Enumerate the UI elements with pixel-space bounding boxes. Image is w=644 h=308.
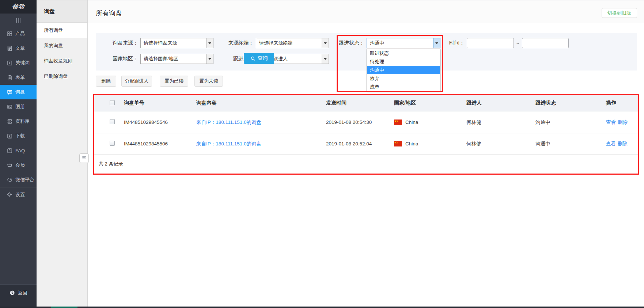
country-flag-icon: [394, 119, 402, 125]
chevron-down-icon[interactable]: [322, 38, 329, 48]
grid-icon: [7, 31, 12, 37]
inquiry-content-link[interactable]: 来自IP：180.111.151.0的询盘: [196, 141, 261, 147]
collapse-panel-icon: [82, 155, 87, 162]
view-link[interactable]: 查看: [606, 141, 616, 147]
follow-status-label: 跟进状态：: [335, 40, 364, 46]
back-icon: [10, 290, 15, 296]
sidebar-item-label: 文章: [15, 45, 25, 52]
follower-name: 何林健: [466, 141, 535, 147]
wechat-icon: [7, 177, 12, 183]
submenu-item-label: 我的询盘: [44, 43, 63, 48]
brand-logo: 领动: [0, 0, 37, 14]
column-header: 询盘单号: [124, 100, 196, 106]
inquiry-content-link[interactable]: 来自IP：180.111.151.0的询盘: [196, 119, 261, 125]
sidebar-item-label: FAQ: [15, 148, 25, 153]
sidebar-item-forms[interactable]: 表单: [0, 70, 37, 85]
inquiry-icon: [7, 90, 12, 95]
follow-status-select[interactable]: 沟通中: [367, 38, 440, 48]
send-time: 2019-01-08 20:52:04: [326, 141, 394, 147]
main-content: 所有询盘 切换到旧版 询盘来源： 请选择询盘来源 来源终端： 请选择来源终端 跟…: [88, 0, 644, 308]
send-time: 2019-01-08 20:54:30: [326, 119, 394, 125]
search-button[interactable]: 查询: [244, 53, 274, 64]
delete-link[interactable]: 删除: [618, 141, 628, 147]
inquiry-source-label: 询盘来源：: [109, 40, 138, 46]
follow-status-dropdown: 跟进状态待处理沟通中放弃成单: [367, 49, 440, 91]
inquiry-source-value: 请选择询盘来源: [141, 40, 206, 46]
terminal-value: 请选择来源终端: [256, 40, 322, 46]
submenu-item-inquiry-rules[interactable]: 询盘收发规则: [37, 53, 87, 69]
table-footer: 共 2 条记录: [94, 155, 638, 174]
delete-link[interactable]: 删除: [618, 119, 628, 125]
table-body: IM44851029845546来自IP：180.111.151.0的询盘201…: [94, 111, 638, 155]
dropdown-option-3[interactable]: 放弃: [367, 74, 440, 83]
column-header: 操作: [606, 100, 638, 106]
country-flag-icon: [394, 141, 402, 147]
sidebar-item-label: 询盘: [15, 89, 25, 95]
country-select[interactable]: 请选择国家/地区: [140, 54, 213, 64]
inquiry-source-select[interactable]: 请选择询盘来源: [140, 38, 213, 48]
sidebar-item-label: 表单: [15, 74, 25, 81]
terminal-select[interactable]: 请选择来源终端: [256, 38, 329, 48]
mark-read-button[interactable]: 置为已读: [160, 76, 188, 87]
chevron-down-icon[interactable]: [206, 38, 213, 48]
follow-status-value: 沟通中: [367, 40, 433, 46]
sidebar-item-label: 微信平台: [15, 176, 34, 183]
main-sidebar: 领动 产品文章关键词表单询盘图册资料库下载FAQ会员微信平台设置 返回: [0, 0, 37, 308]
delete-button[interactable]: 删除: [96, 76, 116, 87]
inquiry-table: 询盘单号 询盘内容 发送时间 国家/地区 跟进人 跟进状态 操作 IM44851…: [93, 94, 639, 175]
country-value: 请选择国家/地区: [141, 56, 206, 62]
country-name: China: [405, 119, 418, 125]
submenu-item-my-inquiries[interactable]: 我的询盘: [37, 38, 87, 53]
sidebar-item-members[interactable]: 会员: [0, 158, 37, 172]
chevron-down-icon[interactable]: [322, 54, 329, 64]
sidebar-item-label: 设置: [15, 191, 25, 198]
bottom-edge-strip: [0, 307, 644, 308]
time-separator: ~: [516, 41, 519, 46]
sidebar-item-label: 下载: [15, 133, 25, 139]
sidebar-item-articles[interactable]: 文章: [0, 41, 37, 56]
country-label: 国家地区：: [109, 56, 138, 62]
search-icon: [250, 56, 255, 61]
dropdown-option-4[interactable]: 成单: [367, 83, 440, 91]
submenu-item-deleted-inquiries[interactable]: 已删除询盘: [37, 69, 87, 84]
mark-unread-button[interactable]: 置为未读: [194, 76, 223, 87]
assign-follower-button[interactable]: 分配跟进人: [121, 76, 152, 87]
dropdown-option-2[interactable]: 沟通中: [367, 66, 440, 74]
inquiry-id: IM44851029845546: [124, 119, 196, 125]
view-link[interactable]: 查看: [606, 119, 616, 125]
library-icon: [7, 119, 12, 124]
sidebar-item-faq[interactable]: FAQ: [0, 143, 37, 158]
time-to-input[interactable]: [522, 38, 569, 48]
sidebar-item-wechat[interactable]: 微信平台: [0, 172, 37, 187]
back-label: 返回: [18, 290, 27, 296]
back-button[interactable]: 返回: [10, 290, 37, 296]
sidebar-item-keywords[interactable]: 关键词: [0, 56, 37, 70]
switch-version-button[interactable]: 切换到旧版: [602, 8, 637, 18]
sidebar-item-settings[interactable]: 设置: [0, 187, 37, 202]
time-from-input[interactable]: [467, 38, 514, 48]
chevron-down-icon[interactable]: [206, 54, 213, 64]
faq-icon: [7, 148, 12, 153]
submenu-item-all-inquiries[interactable]: 所有询盘: [37, 23, 87, 38]
filter-follow-status: 跟进状态： 沟通中: [335, 38, 440, 48]
search-button-label: 查询: [258, 55, 268, 62]
sidebar-item-gallery[interactable]: 图册: [0, 99, 37, 114]
sidebar-item-library[interactable]: 资料库: [0, 114, 37, 129]
sidebar-collapse-handle-icon[interactable]: [0, 16, 37, 25]
sidebar-item-label: 产品: [15, 30, 25, 37]
row-checkbox[interactable]: [110, 141, 115, 146]
record-count: 共 2 条记录: [99, 161, 123, 167]
select-all-checkbox[interactable]: [110, 100, 115, 105]
download-icon: [7, 133, 12, 139]
table-header-row: 询盘单号 询盘内容 发送时间 国家/地区 跟进人 跟进状态 操作: [94, 95, 638, 111]
row-checkbox[interactable]: [110, 119, 115, 124]
sidebar-item-products[interactable]: 产品: [0, 26, 37, 41]
dropdown-option-0[interactable]: 跟进状态: [367, 49, 440, 57]
collapse-panel-button[interactable]: [79, 153, 89, 163]
sidebar-item-downloads[interactable]: 下载: [0, 129, 37, 143]
dropdown-option-1[interactable]: 待处理: [367, 57, 440, 66]
sidebar-item-inquiries[interactable]: 询盘: [0, 85, 37, 99]
form-icon: [7, 75, 12, 80]
column-header: 跟进人: [466, 100, 535, 106]
follow-status: 沟通中: [535, 119, 606, 126]
